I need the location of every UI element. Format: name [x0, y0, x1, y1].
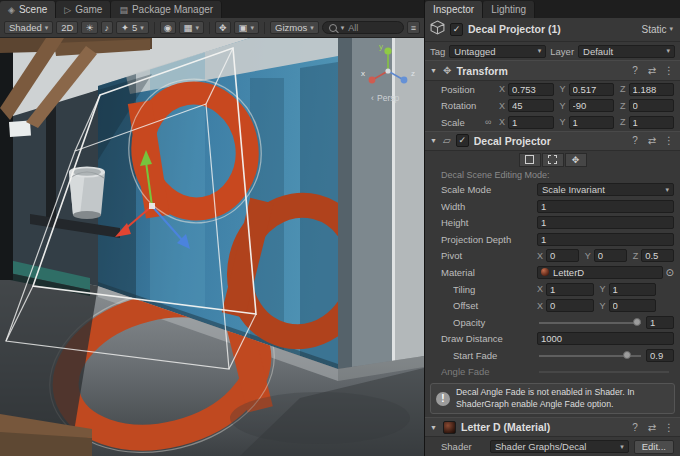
kebab-menu-icon[interactable]: ⋮ — [663, 422, 675, 433]
pivot-z-field[interactable] — [641, 249, 674, 262]
axis-x-label: x — [361, 69, 365, 78]
slider-handle[interactable] — [623, 351, 631, 359]
position-x-field[interactable] — [508, 83, 553, 96]
end-wall — [338, 38, 424, 369]
effects-dropdown[interactable]: ✦ 5 ▾ — [116, 21, 149, 34]
audio-toggle-button[interactable]: ♪ — [101, 21, 114, 34]
opacity-field[interactable] — [646, 316, 674, 329]
editing-mode-label: Decal Scene Editing Mode: — [425, 169, 680, 182]
lighting-toggle-button[interactable]: ☀ — [81, 21, 97, 34]
axis-y-handle[interactable] — [384, 47, 391, 54]
axis-x-label: X — [499, 101, 505, 111]
foldout-icon[interactable]: ▼ — [430, 67, 438, 74]
persp-arrow-icon: ‹ — [371, 93, 374, 103]
shader-edit-button[interactable]: Edit... — [634, 440, 674, 454]
edit-mode-toolbar: ✥ — [425, 151, 680, 169]
tab-inspector[interactable]: Inspector — [425, 1, 483, 18]
scene-tab-icon: ◈ — [8, 5, 15, 15]
tiling-y-field[interactable] — [609, 283, 656, 296]
grid-dropdown[interactable]: ▦ ▾ — [179, 21, 205, 34]
gizmos-dropdown[interactable]: Gizmos ▾ — [270, 21, 319, 34]
tab-scene[interactable]: ◈ Scene — [0, 1, 56, 18]
decal-projector-header[interactable]: ▼ ▱ ✓ Decal Projector ? ⇄ ⋮ — [425, 131, 680, 152]
preset-icon[interactable]: ⇄ — [646, 135, 658, 146]
tab-package-manager[interactable]: ▤ Package Manager — [111, 1, 222, 18]
scale-y-field[interactable] — [569, 116, 614, 129]
projection-depth-field[interactable] — [537, 233, 674, 246]
scale-row: Scale ∞ X Y Z — [425, 114, 680, 131]
height-field[interactable] — [537, 216, 674, 229]
projection-depth-row: Projection Depth — [425, 231, 680, 248]
persp-label[interactable]: Persp — [377, 93, 399, 103]
component-enabled-checkbox[interactable]: ✓ — [456, 134, 469, 147]
tiling-x-field[interactable] — [546, 283, 593, 296]
position-y-field[interactable] — [569, 83, 614, 96]
scene-tabstrip: ◈ Scene ▷ Game ▤ Package Manager — [0, 0, 424, 18]
pivot-row: Pivot X Y Z — [425, 248, 680, 265]
visibility-icon: ◉ — [164, 23, 172, 33]
scale-z-field[interactable] — [629, 116, 674, 129]
slider-handle[interactable] — [633, 318, 641, 326]
scene-search-input[interactable]: ▾ All — [322, 21, 404, 34]
scale-x-field[interactable] — [508, 116, 553, 129]
active-checkbox[interactable]: ✓ — [450, 23, 463, 36]
width-field[interactable] — [537, 200, 674, 213]
offset-y-field[interactable] — [609, 299, 656, 312]
offset-x-field[interactable] — [546, 299, 593, 312]
scale-link-icon[interactable]: ∞ — [485, 117, 499, 127]
object-picker-icon[interactable]: ⊙ — [666, 267, 674, 278]
shader-dropdown[interactable]: Shader Graphs/Decal ▾ — [490, 440, 629, 453]
position-z-field[interactable] — [629, 83, 674, 96]
overlay-menu-button[interactable]: ≡ — [407, 21, 420, 34]
tool-handle-button[interactable]: ✥ — [215, 21, 231, 34]
camera-dropdown[interactable]: ▣ ▾ — [234, 21, 260, 34]
foldout-icon[interactable]: ▼ — [430, 137, 438, 144]
scene-visibility-toggle[interactable]: ◉ — [160, 21, 176, 34]
draw-distance-label: Draw Distance — [441, 333, 537, 344]
tab-game[interactable]: ▷ Game — [56, 1, 111, 18]
tiling-row: Tiling X Y — [425, 281, 680, 298]
kebab-menu-icon[interactable]: ⋮ — [663, 65, 675, 76]
gameobject-name[interactable]: Decal Projector (1) — [468, 23, 636, 35]
start-fade-field[interactable] — [646, 349, 674, 362]
edit-box-button[interactable] — [519, 153, 541, 167]
static-label: Static — [641, 24, 666, 35]
help-icon[interactable]: ? — [629, 422, 641, 433]
rotation-z-field[interactable] — [629, 99, 674, 112]
axis-z-label: Z — [620, 84, 626, 94]
draw-distance-field[interactable] — [537, 332, 674, 345]
preset-icon[interactable]: ⇄ — [646, 422, 658, 433]
tab-lighting[interactable]: Lighting — [483, 1, 535, 18]
layer-dropdown[interactable]: Default ▾ — [578, 45, 675, 58]
scene-render: y x z ‹ Persp — [0, 38, 424, 456]
2d-toggle-button[interactable]: 2D — [56, 21, 78, 34]
shading-mode-dropdown[interactable]: Shaded ▾ — [4, 21, 53, 34]
kebab-menu-icon[interactable]: ⋮ — [663, 135, 675, 146]
pivot-x-field[interactable] — [546, 249, 579, 262]
help-icon[interactable]: ? — [629, 135, 641, 146]
preset-icon[interactable]: ⇄ — [646, 65, 658, 76]
material-object-field[interactable]: LetterD — [537, 266, 663, 279]
axis-z-handle[interactable] — [401, 77, 408, 84]
transform-header[interactable]: ▼ ✥ Transform ? ⇄ ⋮ — [425, 60, 680, 81]
grid-icon: ▦ — [184, 22, 193, 33]
edit-pivot-button[interactable]: ✥ — [565, 153, 587, 167]
tag-dropdown[interactable]: Untagged ▾ — [449, 45, 546, 58]
rotation-y-field[interactable] — [569, 99, 614, 112]
transform-title: Transform — [456, 65, 624, 77]
check-icon: ✓ — [458, 136, 466, 145]
rotation-x-field[interactable] — [508, 99, 553, 112]
scene-toolbar: Shaded ▾ 2D ☀ ♪ ✦ 5 ▾ ◉ ▦ ▾ — [0, 18, 424, 38]
edit-crop-button[interactable] — [542, 153, 564, 167]
scene-viewport[interactable]: y x z ‹ Persp — [0, 38, 424, 456]
scale-mode-dropdown[interactable]: Scale Invariant ▾ — [537, 183, 674, 196]
start-fade-slider[interactable] — [539, 349, 641, 362]
pivot-y-field[interactable] — [594, 249, 627, 262]
help-icon[interactable]: ? — [629, 65, 641, 76]
effects-icon: ✦ — [121, 22, 129, 33]
static-dropdown[interactable]: Static ▾ — [641, 24, 675, 35]
foldout-icon[interactable]: ▼ — [430, 424, 438, 431]
opacity-slider[interactable] — [539, 316, 641, 329]
axis-x-handle[interactable] — [369, 77, 376, 84]
material-section-header[interactable]: ▼ Letter D (Material) ? ⇄ ⋮ — [425, 417, 680, 438]
